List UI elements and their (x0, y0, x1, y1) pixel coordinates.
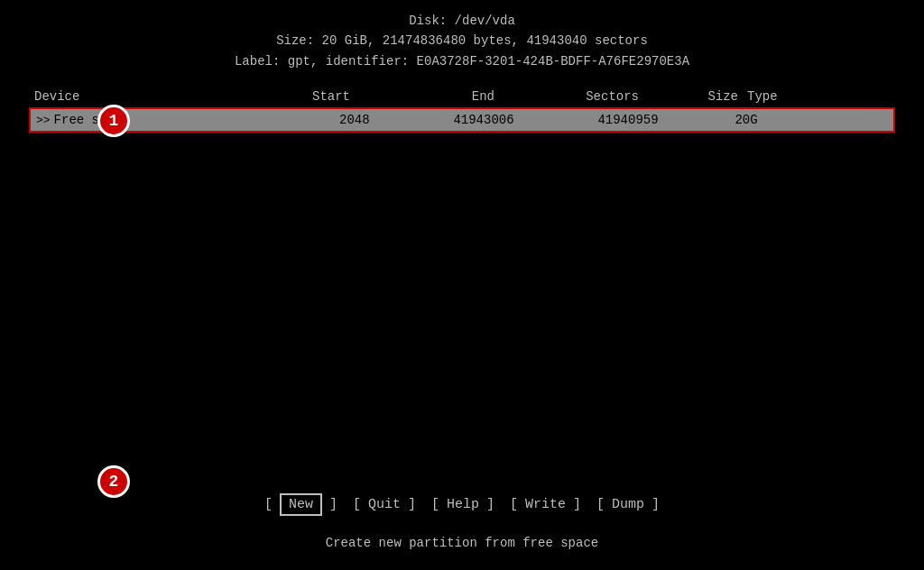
disk-title: Disk: /dev/vda (235, 11, 689, 31)
badge-one: 1 (97, 105, 130, 137)
table-header: Device Start End Sectors Size Type (29, 87, 895, 106)
bracket-open-dump: [ (588, 497, 605, 512)
disk-info: Disk: /dev/vda Size: 20 GiB, 21474836480… (235, 11, 689, 71)
bracket-open-new: [ (264, 497, 273, 512)
header-start: Start (242, 89, 386, 104)
bracket-close-dump: ] (651, 497, 660, 512)
disk-label-line: Label: gpt, identifier: E0A3728F-3201-42… (235, 51, 689, 71)
row-end: 41943006 (406, 113, 550, 127)
bracket-close-quit: ] (408, 497, 416, 512)
row-start: 2048 (262, 113, 406, 127)
bracket-open-write: [ (502, 497, 518, 512)
row-arrow: >> (36, 114, 51, 127)
bracket-close-new: ] (329, 497, 337, 512)
header-sectors: Sectors (531, 89, 675, 104)
row-device: Free space (54, 113, 262, 127)
bracket-open-quit: [ (345, 497, 361, 512)
header-device: Device (34, 89, 242, 104)
menu-item-help[interactable]: Help (447, 497, 479, 512)
disk-size-line: Size: 20 GiB, 21474836480 bytes, 4194304… (235, 31, 689, 51)
menu-item-write[interactable]: Write (525, 497, 566, 512)
partition-table: Device Start End Sectors Size Type >> Fr… (29, 87, 895, 133)
menu-item-new[interactable]: New (280, 493, 322, 516)
bracket-open-help: [ (423, 497, 439, 512)
bracket-close-help: ] (486, 497, 494, 512)
header-end: End (386, 89, 531, 104)
menu-item-quit[interactable]: Quit (368, 497, 401, 512)
table-row[interactable]: >> Free space 2048 41943006 41940959 20G (29, 107, 895, 133)
menu-bar: [ New ] [ Quit ] [ Help ] [ Write ] [ Du… (0, 493, 924, 516)
bracket-close-write: ] (573, 497, 581, 512)
row-sectors: 41940959 (550, 113, 695, 127)
header-size: Size (675, 89, 747, 104)
status-text: Create new partition from free space (0, 536, 924, 550)
main-screen: Disk: /dev/vda Size: 20 GiB, 21474836480… (0, 0, 924, 570)
row-size: 20G (695, 113, 767, 127)
menu-item-dump[interactable]: Dump (612, 497, 644, 512)
header-type: Type (747, 89, 837, 104)
